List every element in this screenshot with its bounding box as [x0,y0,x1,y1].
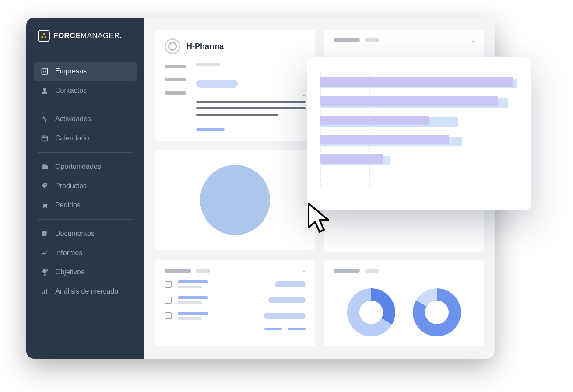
sidebar-item-label: Actividades [55,115,91,123]
divider [38,152,133,153]
svg-rect-11 [43,231,47,235]
placeholder-line [196,107,306,109]
svg-point-0 [43,33,45,35]
funnel-chart [320,74,517,187]
placeholder-line [196,101,306,103]
sidebar-item-pedidos[interactable]: Pedidos [34,196,137,215]
chevron-down-icon[interactable]: ⌄ [302,91,306,98]
floating-funnel-card[interactable] [307,57,531,210]
donuts-card[interactable] [324,260,484,346]
placeholder-pill [196,80,238,88]
status-pill [264,313,306,319]
placeholder-bar [196,269,210,273]
divider [38,57,133,57]
sidebar: FORCEMANAGER. Empresas Contactos Activid… [26,18,144,359]
sidebar-item-label: Contactos [55,87,87,94]
status-pill [268,297,306,303]
brand-logo: FORCEMANAGER. [34,30,137,42]
building-icon [40,67,49,76]
chevron-up-icon[interactable]: ⌃ [302,270,306,276]
funnel-bar [320,116,517,125]
sidebar-item-informes[interactable]: Informes [34,243,137,262]
placeholder-bar [165,65,186,68]
chevron-up-icon[interactable]: ⌃ [471,39,475,46]
sidebar-item-label: Calendario [55,134,89,142]
files-icon [40,229,49,238]
company-avatar-icon [165,38,180,54]
funnel-bar [320,96,517,106]
svg-rect-14 [46,289,47,294]
funnel-bar [320,135,517,144]
checkbox[interactable] [165,281,172,288]
placeholder-bar [178,317,202,320]
company-title: H-Pharma [186,42,224,51]
placeholder-bar [165,91,186,94]
sidebar-item-label: Objetivos [55,268,84,276]
placeholder-bar [178,286,202,288]
chart-line-icon [40,248,49,257]
sidebar-item-analisis[interactable]: Análisis de mercado [34,282,137,301]
checkbox[interactable] [165,297,172,304]
bars-icon [40,287,49,296]
placeholder-bar [178,312,208,315]
placeholder-bar [334,38,360,42]
svg-rect-12 [42,292,43,294]
sidebar-item-label: Oportunidades [55,163,101,171]
task-row[interactable] [165,280,306,288]
pie-card[interactable] [155,150,315,250]
sidebar-item-documentos[interactable]: Documentos [34,224,137,243]
divider [38,105,133,105]
user-icon [40,86,49,95]
placeholder-bar [365,38,379,42]
svg-point-2 [45,36,46,38]
sidebar-item-label: Pedidos [55,201,81,209]
tasks-card[interactable]: ⌃ [155,260,315,346]
svg-rect-3 [42,68,48,74]
placeholder-bar [264,328,282,330]
svg-point-7 [45,184,46,185]
svg-rect-5 [42,136,48,141]
trophy-icon [40,268,49,276]
task-row[interactable] [165,312,306,320]
placeholder-bar [165,78,186,81]
placeholder-bar [178,280,208,284]
funnel-bar [320,154,517,164]
placeholder-link [196,128,225,131]
brand-icon [38,30,50,42]
task-row[interactable] [165,296,306,304]
placeholder-bar [196,63,220,66]
sidebar-item-label: Productos [55,182,87,190]
svg-point-9 [46,207,47,209]
activity-icon [40,115,49,123]
company-card[interactable]: H-Pharma [155,30,315,141]
funnel-bar [320,77,517,87]
placeholder-bar [334,269,360,273]
donut-chart-1 [347,288,395,336]
placeholder-bar [288,328,306,330]
sidebar-item-objetivos[interactable]: Objetivos [34,262,137,282]
placeholder-line [196,114,278,116]
svg-point-8 [43,207,45,209]
svg-rect-6 [42,165,48,169]
sidebar-item-label: Empresas [55,67,87,75]
briefcase-icon [40,162,49,171]
sidebar-item-label: Análisis de mercado [55,287,118,295]
pie-chart [200,165,270,235]
calendar-icon [40,134,49,143]
sidebar-item-contactos[interactable]: Contactos [34,81,137,100]
checkbox[interactable] [165,312,172,319]
sidebar-item-empresas[interactable]: Empresas [34,62,137,81]
svg-rect-13 [44,290,45,294]
svg-point-1 [41,36,43,38]
sidebar-item-oportunidades[interactable]: Oportunidades [34,157,137,176]
divider [38,219,133,220]
sidebar-item-productos[interactable]: Productos [34,176,137,196]
placeholder-bar [178,296,208,299]
sidebar-item-calendario[interactable]: Calendario [34,129,137,148]
tag-icon [40,182,49,190]
placeholder-bar [178,301,202,304]
status-pill [275,281,306,287]
placeholder-bar [365,269,379,273]
svg-point-4 [43,88,46,91]
sidebar-item-actividades[interactable]: Actividades [34,109,137,129]
